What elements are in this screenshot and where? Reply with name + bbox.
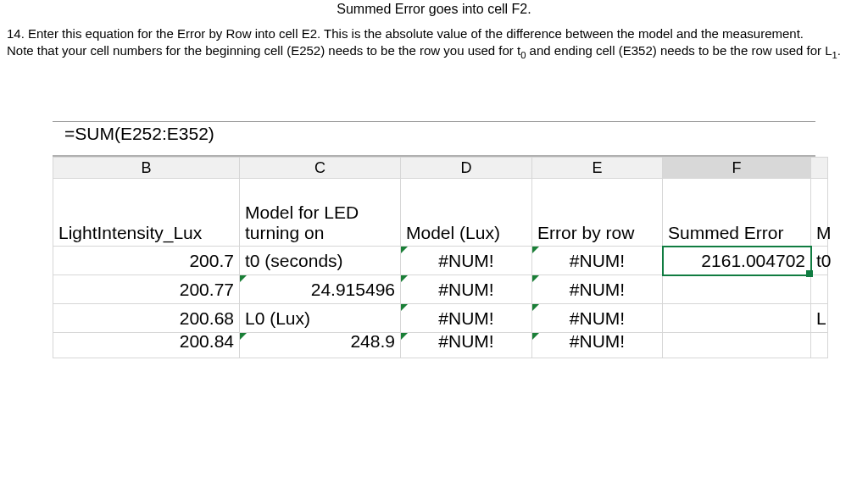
cell-B[interactable]: 200.84	[53, 333, 240, 358]
cell-F[interactable]	[663, 333, 811, 358]
table-row: 200.68 L0 (Lux) #NUM! #NUM! L	[53, 304, 828, 333]
cell-header-D[interactable]: Model (Lux)	[401, 179, 532, 247]
cell-header-G[interactable]: M	[811, 179, 828, 247]
cell-E[interactable]: #NUM!	[532, 304, 663, 333]
cell-D[interactable]: #NUM!	[401, 275, 532, 304]
doc-body: 14. Enter this equation for the Error by…	[0, 25, 868, 62]
cell-header-C-line1: Model for LED	[245, 202, 359, 222]
cell-C[interactable]: t0 (seconds)	[240, 247, 401, 275]
spreadsheet-screenshot: =SUM(E252:E352) B C D E F LightIntensity…	[53, 121, 815, 358]
cell-D-text: #NUM!	[438, 331, 493, 352]
cell-header-C[interactable]: Model for LED turning on	[240, 179, 401, 247]
doc-note: Note that your cell numbers for the begi…	[7, 42, 861, 62]
cell-E-text: #NUM!	[570, 331, 625, 352]
cell-G[interactable]	[811, 333, 828, 358]
table-row: 200.7 t0 (seconds) #NUM! #NUM! 2161.0047…	[53, 247, 828, 275]
cell-G[interactable]	[811, 275, 828, 304]
cell-header-C-line2: turning on	[245, 223, 324, 242]
cell-E[interactable]: #NUM!	[532, 247, 663, 275]
cell-E[interactable]: #NUM!	[532, 275, 663, 304]
cell-G[interactable]: L	[811, 304, 828, 333]
table-header-row: LightIntensity_Lux Model for LED turning…	[53, 179, 828, 247]
cell-B[interactable]: 200.68	[53, 304, 240, 333]
cell-B[interactable]: 200.7	[53, 247, 240, 275]
doc-note-part3: .	[837, 43, 841, 58]
cell-C[interactable]: 248.9	[240, 333, 401, 358]
cell-header-F[interactable]: Summed Error	[663, 179, 811, 247]
col-header-G[interactable]	[811, 158, 828, 179]
cell-G[interactable]: t0	[811, 247, 828, 275]
doc-step-14: 14. Enter this equation for the Error by…	[7, 25, 861, 42]
table-row: 200.77 24.915496 #NUM! #NUM!	[53, 275, 828, 304]
cell-D[interactable]: #NUM!	[401, 304, 532, 333]
column-letter-row: B C D E F	[53, 158, 828, 179]
cell-F[interactable]	[663, 304, 811, 333]
cell-header-E[interactable]: Error by row	[532, 179, 663, 247]
cell-F[interactable]	[663, 275, 811, 304]
cell-B-text: 200.84	[180, 331, 234, 352]
cell-header-B[interactable]: LightIntensity_Lux	[53, 179, 240, 247]
cell-C[interactable]: L0 (Lux)	[240, 304, 401, 333]
spreadsheet-grid: B C D E F LightIntensity_Lux Model for L…	[53, 157, 828, 358]
cell-F-selected[interactable]: 2161.004702	[663, 247, 811, 275]
cell-B[interactable]: 200.77	[53, 275, 240, 304]
cell-D[interactable]: #NUM!	[401, 247, 532, 275]
doc-heading: Summed Error goes into cell F2.	[0, 2, 868, 17]
formula-bar[interactable]: =SUM(E252:E352)	[53, 121, 815, 157]
col-header-D[interactable]: D	[401, 158, 532, 179]
cell-D[interactable]: #NUM!	[401, 333, 532, 358]
doc-note-part2: and ending cell (E352) needs to be the r…	[526, 43, 832, 58]
doc-note-part1: Note that your cell numbers for the begi…	[7, 43, 520, 58]
col-header-F[interactable]: F	[663, 158, 811, 179]
table-row: 200.84 248.9 #NUM! #NUM!	[53, 333, 828, 358]
cell-E[interactable]: #NUM!	[532, 333, 663, 358]
col-header-C[interactable]: C	[240, 158, 401, 179]
col-header-B[interactable]: B	[53, 158, 240, 179]
cell-C-text: 248.9	[350, 331, 395, 352]
cell-C[interactable]: 24.915496	[240, 275, 401, 304]
col-header-E[interactable]: E	[532, 158, 663, 179]
